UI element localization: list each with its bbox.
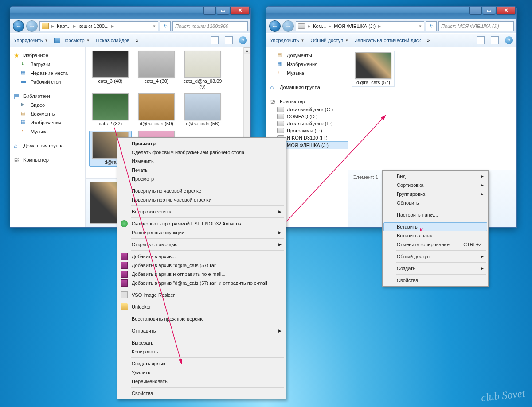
homegroup-header[interactable]: ⌂Домашняя группа bbox=[10, 141, 85, 150]
maximize-button[interactable]: ▭ bbox=[483, 7, 495, 15]
menu-item[interactable]: Создать▶ bbox=[383, 264, 487, 273]
back-button[interactable]: ← bbox=[269, 20, 281, 32]
menu-item[interactable]: Воспроизвести на▶ bbox=[118, 207, 285, 216]
slideshow-button[interactable]: Показ слайдов bbox=[96, 38, 130, 43]
menu-item[interactable]: Просмотр bbox=[118, 174, 285, 183]
sidebar-pictures[interactable]: ▦Изображения bbox=[10, 118, 85, 127]
file-thumb[interactable]: d@ra_cats (56) bbox=[181, 93, 224, 127]
computer-header[interactable]: 🖳Компьютер bbox=[10, 155, 85, 164]
sidebar-videos[interactable]: ▶Видео bbox=[10, 101, 85, 109]
search-input[interactable]: Поиск: кошки 1280x960 bbox=[172, 21, 248, 31]
scroll-up-icon[interactable]: ▲ bbox=[244, 47, 250, 54]
menu-item[interactable]: Просмотр bbox=[118, 139, 285, 148]
menu-item[interactable]: Удалить bbox=[118, 368, 285, 377]
menu-item[interactable]: Добавить в архив... bbox=[118, 252, 285, 261]
forward-button[interactable]: → bbox=[26, 20, 38, 32]
sidebar-drive-f[interactable]: Программы (F:) bbox=[266, 127, 348, 134]
homegroup-header[interactable]: ⌂Домашняя группа bbox=[266, 83, 348, 92]
breadcrumb-part[interactable]: Карт... bbox=[57, 23, 70, 29]
menu-item[interactable]: Unlocker bbox=[118, 302, 285, 311]
file-thumb[interactable]: d@ra_cats (57) bbox=[352, 51, 395, 87]
menu-item[interactable]: Сканировать программой ESET NOD32 Antivi… bbox=[118, 219, 285, 228]
menu-item[interactable]: Добавить в архив "d@ra_cats (57).rar" и … bbox=[118, 279, 285, 287]
favorites-header[interactable]: ★Избранное bbox=[10, 51, 85, 60]
search-input[interactable]: Поиск: МОЯ ФЛЕШКА (J:) bbox=[438, 21, 514, 31]
menu-item[interactable]: Создать ярлык bbox=[118, 359, 285, 368]
sidebar-music[interactable]: ♪Музыка bbox=[266, 69, 348, 78]
refresh-button[interactable]: ↻ bbox=[426, 21, 437, 31]
libraries-header[interactable]: ▤Библиотеки bbox=[10, 92, 85, 101]
back-button[interactable]: ← bbox=[13, 20, 24, 32]
share-menu[interactable]: Общий доступ▼ bbox=[310, 38, 348, 43]
sidebar-documents[interactable]: ▤Документы bbox=[10, 109, 85, 118]
sidebar-drive-e[interactable]: Локальный диск (E:) bbox=[266, 120, 348, 127]
menu-item[interactable]: Расширенные функции▶ bbox=[118, 228, 285, 237]
file-thumb[interactable]: cats-2 (32) bbox=[89, 93, 132, 127]
sidebar-drive-d[interactable]: COMPAQ (D:) bbox=[266, 113, 348, 120]
sidebar-documents[interactable]: ▤Документы bbox=[266, 51, 348, 60]
view-icon[interactable] bbox=[211, 36, 219, 44]
address-bar[interactable]: ▶ Карт... ▶ кошки 1280... ▶ ▼ bbox=[39, 21, 158, 31]
minimize-button[interactable]: ─ bbox=[469, 7, 482, 15]
menu-item[interactable]: Вставить ярлык bbox=[383, 231, 487, 240]
file-thumb[interactable]: cats_d@ra_03.09 (9) bbox=[181, 51, 224, 90]
breadcrumb-part[interactable]: МОЯ ФЛЕШКА (J:) bbox=[334, 23, 376, 29]
menu-item[interactable]: Отменить копированиеCTRL+Z bbox=[383, 240, 487, 249]
organize-menu[interactable]: Упорядочить▼ bbox=[270, 38, 304, 43]
address-bar[interactable]: ▶ Ком... ▶ МОЯ ФЛЕШКА (J:) ▶ ▼ bbox=[296, 21, 424, 31]
breadcrumb-part[interactable]: Ком... bbox=[313, 23, 326, 29]
computer-header[interactable]: 🖳Компьютер bbox=[266, 97, 348, 106]
menu-item[interactable]: Добавить в архив и отправить по e-mail..… bbox=[118, 270, 285, 279]
menu-item[interactable]: Повернуть против часовой стрелки bbox=[118, 195, 285, 204]
menu-item[interactable]: Отправить▶ bbox=[118, 326, 285, 335]
menu-item[interactable]: Обновить bbox=[383, 198, 487, 207]
help-icon[interactable]: ? bbox=[505, 36, 513, 44]
overflow-chevron[interactable]: » bbox=[136, 38, 138, 43]
menu-item[interactable]: Переименовать bbox=[118, 377, 285, 386]
file-thumb[interactable]: d@ra_cats (50) bbox=[135, 93, 178, 127]
preview-button[interactable]: Просмотр▼ bbox=[54, 38, 90, 43]
view-icon[interactable] bbox=[477, 36, 485, 44]
sidebar-music[interactable]: ♪Музыка bbox=[10, 127, 85, 136]
menu-item[interactable]: Свойства bbox=[118, 389, 285, 398]
sidebar-downloads[interactable]: ⬇Загрузки bbox=[10, 60, 85, 69]
menu-item[interactable]: Сортировка▶ bbox=[383, 181, 487, 190]
menu-item[interactable]: Общий доступ▶ bbox=[383, 252, 487, 261]
organize-menu[interactable]: Упорядочить▼ bbox=[14, 38, 48, 43]
titlebar[interactable]: ─ ▭ ✕ bbox=[10, 7, 250, 19]
pane-icon[interactable] bbox=[491, 36, 499, 44]
help-icon[interactable]: ? bbox=[239, 36, 247, 44]
menu-item[interactable]: Вид▶ bbox=[383, 172, 487, 181]
pane-icon[interactable] bbox=[225, 36, 233, 44]
close-button[interactable]: ✕ bbox=[496, 7, 516, 15]
file-thumb[interactable]: cats_3 (48) bbox=[89, 51, 132, 90]
menu-item[interactable]: Вырезать bbox=[118, 338, 285, 347]
refresh-button[interactable]: ↻ bbox=[160, 21, 171, 31]
menu-item[interactable]: Повернуть по часовой стрелке bbox=[118, 186, 285, 195]
menu-item[interactable]: Открыть с помощью▶ bbox=[118, 240, 285, 249]
menu-item[interactable]: Изменить bbox=[118, 157, 285, 166]
overflow-chevron[interactable]: » bbox=[427, 38, 430, 43]
menu-item[interactable]: VSO Image Resizer bbox=[118, 291, 285, 299]
menu-item[interactable]: Группировка▶ bbox=[383, 190, 487, 198]
menu-item[interactable]: Копировать bbox=[118, 347, 285, 356]
sidebar-desktop[interactable]: ▬Рабочий стол bbox=[10, 78, 85, 86]
forward-button[interactable]: → bbox=[282, 20, 294, 32]
breadcrumb-part[interactable]: кошки 1280... bbox=[78, 23, 109, 29]
minimize-button[interactable]: ─ bbox=[203, 7, 216, 15]
titlebar[interactable]: ─ ▭ ✕ bbox=[266, 7, 516, 19]
menu-item[interactable]: Настроить папку... bbox=[383, 210, 487, 219]
maximize-button[interactable]: ▭ bbox=[217, 7, 229, 15]
menu-item[interactable]: Сделать фоновым изображением рабочего ст… bbox=[118, 148, 285, 157]
sidebar-recent[interactable]: ▦Недавние места bbox=[10, 69, 85, 78]
close-button[interactable]: ✕ bbox=[230, 7, 250, 15]
sidebar-drive-c[interactable]: Локальный диск (C:) bbox=[266, 106, 348, 113]
sidebar-pictures[interactable]: ▦Изображения bbox=[266, 60, 348, 69]
menu-item[interactable]: Добавить в архив "d@ra_cats (57).rar" bbox=[118, 261, 285, 270]
menu-item[interactable]: Свойства bbox=[383, 276, 487, 285]
burn-button[interactable]: Записать на оптический диск bbox=[355, 38, 421, 43]
menu-item[interactable]: Восстановить прежнюю версию bbox=[118, 314, 285, 323]
file-thumb[interactable]: cats_4 (30) bbox=[135, 51, 178, 90]
menu-item[interactable]: Вставить bbox=[383, 222, 487, 231]
menu-item[interactable]: Печать bbox=[118, 166, 285, 174]
